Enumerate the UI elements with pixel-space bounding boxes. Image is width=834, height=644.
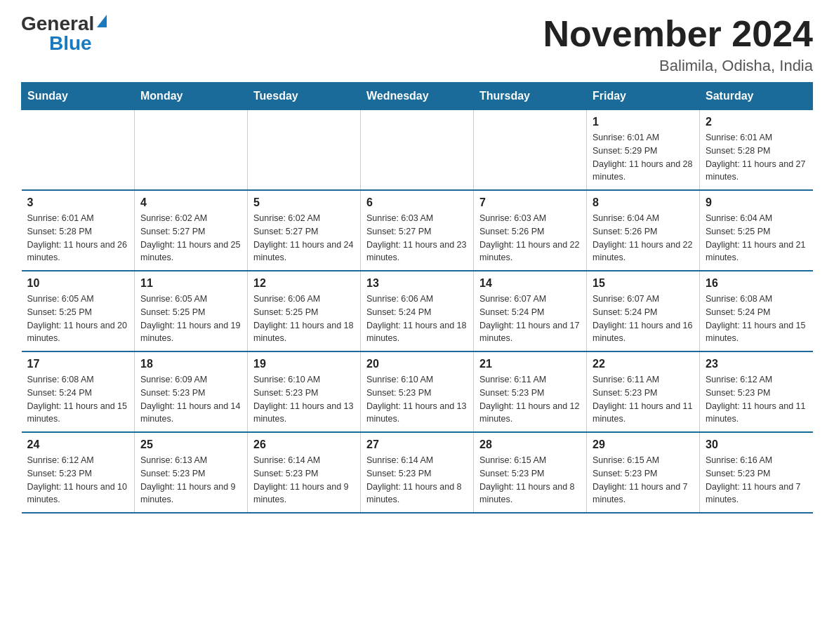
calendar-cell: 13Sunrise: 6:06 AM Sunset: 5:24 PM Dayli… (361, 271, 474, 351)
calendar-cell (135, 110, 248, 191)
day-info: Sunrise: 6:06 AM Sunset: 5:25 PM Dayligh… (253, 293, 355, 345)
day-info: Sunrise: 6:15 AM Sunset: 5:23 PM Dayligh… (479, 454, 581, 507)
calendar-week-row: 24Sunrise: 6:12 AM Sunset: 5:23 PM Dayli… (22, 432, 813, 513)
calendar-cell: 8Sunrise: 6:04 AM Sunset: 5:26 PM Daylig… (587, 190, 700, 271)
weekday-header-saturday: Saturday (700, 83, 813, 110)
weekday-header-tuesday: Tuesday (248, 83, 361, 110)
day-info: Sunrise: 6:12 AM Sunset: 5:23 PM Dayligh… (27, 454, 129, 507)
day-info: Sunrise: 6:07 AM Sunset: 5:24 PM Dayligh… (593, 293, 694, 345)
day-info: Sunrise: 6:08 AM Sunset: 5:24 PM Dayligh… (706, 293, 807, 345)
day-info: Sunrise: 6:01 AM Sunset: 5:29 PM Dayligh… (593, 131, 694, 184)
day-info: Sunrise: 6:01 AM Sunset: 5:28 PM Dayligh… (706, 131, 807, 184)
day-info: Sunrise: 6:10 AM Sunset: 5:23 PM Dayligh… (366, 373, 468, 426)
day-info: Sunrise: 6:06 AM Sunset: 5:24 PM Dayligh… (366, 293, 468, 345)
day-number: 22 (593, 358, 694, 370)
calendar-cell: 19Sunrise: 6:10 AM Sunset: 5:23 PM Dayli… (248, 351, 361, 432)
calendar-cell: 23Sunrise: 6:12 AM Sunset: 5:23 PM Dayli… (700, 351, 813, 432)
day-info: Sunrise: 6:05 AM Sunset: 5:25 PM Dayligh… (140, 293, 241, 345)
calendar-cell: 9Sunrise: 6:04 AM Sunset: 5:25 PM Daylig… (700, 190, 813, 271)
weekday-header-monday: Monday (135, 83, 248, 110)
day-number: 12 (253, 277, 355, 290)
title-block: November 2024 Balimila, Odisha, India (543, 14, 813, 75)
calendar-cell: 29Sunrise: 6:15 AM Sunset: 5:23 PM Dayli… (587, 432, 700, 513)
logo: General Blue (21, 14, 107, 53)
day-number: 6 (366, 196, 468, 209)
day-info: Sunrise: 6:08 AM Sunset: 5:24 PM Dayligh… (27, 373, 129, 426)
location-label: Balimila, Odisha, India (543, 57, 813, 75)
calendar-cell (248, 110, 361, 191)
calendar-header: SundayMondayTuesdayWednesdayThursdayFrid… (22, 83, 813, 110)
calendar-cell: 4Sunrise: 6:02 AM Sunset: 5:27 PM Daylig… (135, 190, 248, 271)
weekday-header-sunday: Sunday (22, 83, 135, 110)
day-number: 1 (593, 116, 694, 128)
calendar-cell: 6Sunrise: 6:03 AM Sunset: 5:27 PM Daylig… (361, 190, 474, 271)
day-number: 8 (593, 196, 694, 209)
calendar-cell: 20Sunrise: 6:10 AM Sunset: 5:23 PM Dayli… (361, 351, 474, 432)
calendar-cell: 16Sunrise: 6:08 AM Sunset: 5:24 PM Dayli… (700, 271, 813, 351)
calendar-cell (361, 110, 474, 191)
day-number: 23 (706, 358, 807, 370)
calendar-cell (22, 110, 135, 191)
calendar-body: 1Sunrise: 6:01 AM Sunset: 5:29 PM Daylig… (22, 110, 813, 514)
day-number: 14 (479, 277, 581, 290)
calendar-cell: 1Sunrise: 6:01 AM Sunset: 5:29 PM Daylig… (587, 110, 700, 191)
day-info: Sunrise: 6:03 AM Sunset: 5:27 PM Dayligh… (366, 212, 468, 264)
day-number: 9 (706, 196, 807, 209)
day-number: 17 (27, 358, 129, 370)
day-number: 5 (253, 196, 355, 209)
logo-arrow-icon (97, 15, 107, 27)
day-number: 25 (140, 438, 241, 451)
day-info: Sunrise: 6:14 AM Sunset: 5:23 PM Dayligh… (253, 454, 355, 507)
calendar-cell: 3Sunrise: 6:01 AM Sunset: 5:28 PM Daylig… (22, 190, 135, 271)
calendar-cell (474, 110, 587, 191)
day-info: Sunrise: 6:03 AM Sunset: 5:26 PM Dayligh… (479, 212, 581, 264)
day-number: 28 (479, 438, 581, 451)
calendar-table: SundayMondayTuesdayWednesdayThursdayFrid… (21, 82, 813, 514)
day-info: Sunrise: 6:01 AM Sunset: 5:28 PM Dayligh… (27, 212, 129, 264)
day-number: 24 (27, 438, 129, 451)
calendar-cell: 28Sunrise: 6:15 AM Sunset: 5:23 PM Dayli… (474, 432, 587, 513)
day-number: 26 (253, 438, 355, 451)
day-info: Sunrise: 6:15 AM Sunset: 5:23 PM Dayligh… (593, 454, 694, 507)
day-info: Sunrise: 6:14 AM Sunset: 5:23 PM Dayligh… (366, 454, 468, 507)
day-number: 3 (27, 196, 129, 209)
day-info: Sunrise: 6:11 AM Sunset: 5:23 PM Dayligh… (593, 373, 694, 426)
calendar-cell: 21Sunrise: 6:11 AM Sunset: 5:23 PM Dayli… (474, 351, 587, 432)
calendar-week-row: 1Sunrise: 6:01 AM Sunset: 5:29 PM Daylig… (22, 110, 813, 191)
day-number: 18 (140, 358, 241, 370)
calendar-cell: 14Sunrise: 6:07 AM Sunset: 5:24 PM Dayli… (474, 271, 587, 351)
day-number: 27 (366, 438, 468, 451)
day-number: 2 (706, 116, 807, 128)
day-info: Sunrise: 6:16 AM Sunset: 5:23 PM Dayligh… (706, 454, 807, 507)
calendar-cell: 10Sunrise: 6:05 AM Sunset: 5:25 PM Dayli… (22, 271, 135, 351)
day-number: 11 (140, 277, 241, 290)
weekday-header-wednesday: Wednesday (361, 83, 474, 110)
day-info: Sunrise: 6:13 AM Sunset: 5:23 PM Dayligh… (140, 454, 241, 507)
weekday-header-friday: Friday (587, 83, 700, 110)
day-info: Sunrise: 6:09 AM Sunset: 5:23 PM Dayligh… (140, 373, 241, 426)
day-info: Sunrise: 6:04 AM Sunset: 5:26 PM Dayligh… (593, 212, 694, 264)
day-info: Sunrise: 6:02 AM Sunset: 5:27 PM Dayligh… (140, 212, 241, 264)
weekday-header-thursday: Thursday (474, 83, 587, 110)
calendar-cell: 27Sunrise: 6:14 AM Sunset: 5:23 PM Dayli… (361, 432, 474, 513)
day-info: Sunrise: 6:07 AM Sunset: 5:24 PM Dayligh… (479, 293, 581, 345)
day-number: 7 (479, 196, 581, 209)
day-info: Sunrise: 6:04 AM Sunset: 5:25 PM Dayligh… (706, 212, 807, 264)
day-number: 19 (253, 358, 355, 370)
calendar-cell: 26Sunrise: 6:14 AM Sunset: 5:23 PM Dayli… (248, 432, 361, 513)
calendar-cell: 24Sunrise: 6:12 AM Sunset: 5:23 PM Dayli… (22, 432, 135, 513)
day-number: 10 (27, 277, 129, 290)
calendar-cell: 15Sunrise: 6:07 AM Sunset: 5:24 PM Dayli… (587, 271, 700, 351)
calendar-week-row: 3Sunrise: 6:01 AM Sunset: 5:28 PM Daylig… (22, 190, 813, 271)
month-title: November 2024 (543, 14, 813, 54)
calendar-cell: 18Sunrise: 6:09 AM Sunset: 5:23 PM Dayli… (135, 351, 248, 432)
calendar-cell: 25Sunrise: 6:13 AM Sunset: 5:23 PM Dayli… (135, 432, 248, 513)
calendar-cell: 2Sunrise: 6:01 AM Sunset: 5:28 PM Daylig… (700, 110, 813, 191)
page-header: General Blue November 2024 Balimila, Odi… (21, 14, 813, 75)
calendar-cell: 5Sunrise: 6:02 AM Sunset: 5:27 PM Daylig… (248, 190, 361, 271)
calendar-cell: 7Sunrise: 6:03 AM Sunset: 5:26 PM Daylig… (474, 190, 587, 271)
day-info: Sunrise: 6:05 AM Sunset: 5:25 PM Dayligh… (27, 293, 129, 345)
day-info: Sunrise: 6:11 AM Sunset: 5:23 PM Dayligh… (479, 373, 581, 426)
calendar-week-row: 17Sunrise: 6:08 AM Sunset: 5:24 PM Dayli… (22, 351, 813, 432)
weekday-header-row: SundayMondayTuesdayWednesdayThursdayFrid… (22, 83, 813, 110)
